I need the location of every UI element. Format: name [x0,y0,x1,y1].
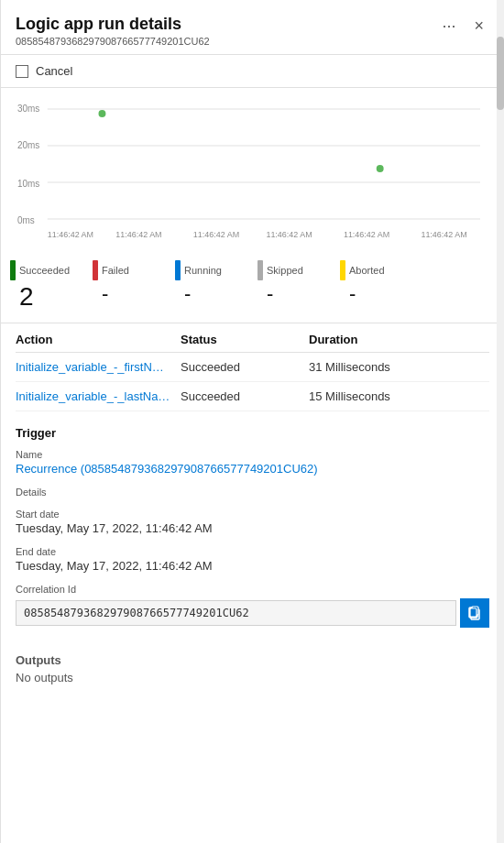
running-count: - [184,282,191,306]
details-label: Details [16,487,489,498]
svg-text:11:46:42 AM: 11:46:42 AM [421,230,466,239]
correlation-input[interactable] [16,600,456,626]
svg-text:30ms: 30ms [17,104,39,114]
table-section: Action Status Duration Initialize_variab… [1,323,504,411]
copy-icon [467,606,482,620]
svg-text:11:46:42 AM: 11:46:42 AM [115,230,161,239]
trigger-section: Trigger Name Recurrence (085854879368297… [1,411,504,639]
skipped-count: - [267,282,273,306]
succeeded-count: 2 [19,282,34,312]
succeeded-header: Succeeded [10,260,70,280]
status-item-skipped: Skipped - [257,260,340,306]
succeeded-bar [10,260,16,280]
svg-text:0ms: 0ms [17,215,35,225]
chart-dot-1 [98,110,105,117]
svg-text:11:46:42 AM: 11:46:42 AM [344,230,389,239]
skipped-header: Skipped [257,260,303,280]
table-row: Initialize_variable_-_firstN… Succeeded … [16,353,489,382]
row1-duration: 31 Milliseconds [309,360,489,374]
end-date-value: Tuesday, May 17, 2022, 11:46:42 AM [16,559,489,573]
svg-text:11:46:42 AM: 11:46:42 AM [48,230,93,239]
aborted-bar [340,260,345,280]
failed-count: - [102,282,108,306]
running-header: Running [175,260,222,280]
failed-label: Failed [102,265,129,276]
header-status: Status [181,333,309,346]
outputs-label: Outputs [16,653,489,667]
end-date-field-group: End date Tuesday, May 17, 2022, 11:46:42… [16,546,489,573]
table-row: Initialize_variable_-_lastNa… Succeeded … [16,382,489,411]
aborted-label: Aborted [349,265,385,276]
svg-rect-18 [470,608,477,617]
name-value[interactable]: Recurrence (0858548793682979087665777492… [16,462,489,476]
row2-action[interactable]: Initialize_variable_-_lastNa… [16,389,181,403]
cancel-row: Cancel [1,55,504,88]
cancel-label: Cancel [36,64,72,78]
outputs-section: Outputs No outputs [1,639,504,684]
panel: Logic app run details 085854879368297908… [0,0,504,843]
chart-svg: 30ms 20ms 10ms 0ms 11:46:42 AM 11:46:42 … [16,95,489,242]
start-date-value: Tuesday, May 17, 2022, 11:46:42 AM [16,521,489,535]
status-legend: Succeeded 2 Failed - Running - Skipped - [1,253,504,323]
scrollbar-track [497,0,504,843]
status-item-failed: Failed - [93,260,175,306]
table-header: Action Status Duration [16,323,489,353]
header-action: Action [16,333,181,346]
close-button[interactable]: × [468,15,489,38]
correlation-input-row [16,598,489,628]
status-item-aborted: Aborted - [340,260,422,306]
row1-status: Succeeded [181,360,309,374]
skipped-bar [257,260,263,280]
running-label: Running [184,265,222,276]
correlation-field-group: Correlation Id [16,584,489,628]
failed-header: Failed [93,260,129,280]
name-label: Name [16,449,489,460]
succeeded-label: Succeeded [19,265,70,276]
details-field-group: Details [16,487,489,498]
row1-action[interactable]: Initialize_variable_-_firstN… [16,360,181,374]
correlation-label: Correlation Id [16,584,489,595]
header-duration: Duration [309,333,489,346]
svg-text:10ms: 10ms [17,179,39,189]
scrollbar-thumb[interactable] [497,37,504,110]
failed-bar [93,260,98,280]
start-date-field-group: Start date Tuesday, May 17, 2022, 11:46:… [16,509,489,535]
no-outputs-text: No outputs [16,671,489,684]
svg-text:11:46:42 AM: 11:46:42 AM [193,230,239,239]
aborted-header: Aborted [340,260,385,280]
panel-header: Logic app run details 085854879368297908… [1,0,504,55]
start-date-label: Start date [16,509,489,520]
row2-duration: 15 Milliseconds [309,389,489,403]
chart-dot-2 [377,165,384,172]
panel-title: Logic app run details [16,15,210,34]
copy-button[interactable] [460,598,489,628]
running-bar [175,260,181,280]
trigger-section-title: Trigger [16,426,489,440]
status-item-succeeded: Succeeded 2 [10,260,93,312]
name-field-group: Name Recurrence (08585487936829790876657… [16,449,489,476]
end-date-label: End date [16,546,489,557]
status-item-running: Running - [175,260,257,306]
svg-text:11:46:42 AM: 11:46:42 AM [266,230,312,239]
svg-text:20ms: 20ms [17,140,39,150]
cancel-checkbox[interactable] [16,65,28,78]
panel-subtitle: 085854879368297908766577749201CU62 [16,36,210,47]
skipped-label: Skipped [267,265,303,276]
row2-status: Succeeded [181,389,309,403]
aborted-count: - [349,282,356,306]
ellipsis-button[interactable]: ··· [436,15,461,38]
header-actions: ··· × [436,15,489,38]
chart-area: 30ms 20ms 10ms 0ms 11:46:42 AM 11:46:42 … [1,88,504,253]
title-area: Logic app run details 085854879368297908… [16,15,210,47]
